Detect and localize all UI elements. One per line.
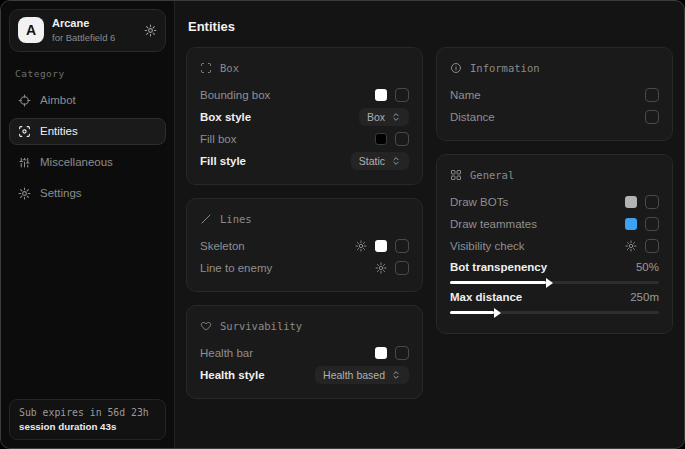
gear-icon[interactable] (625, 240, 637, 252)
sliders-icon (18, 156, 31, 169)
setting-row: Health bar (200, 342, 409, 363)
setting-label: Fill box (200, 133, 236, 145)
visibility-check-checkbox[interactable] (645, 239, 659, 253)
setting-row: Line to enemy (200, 257, 409, 278)
setting-row: Bounding box (200, 84, 409, 105)
setting-label: Bot transpenency (450, 261, 547, 273)
setting-label: Bounding box (200, 89, 270, 101)
setting-label: Health style (200, 369, 265, 381)
color-swatch[interactable] (375, 133, 387, 145)
setting-label: Draw BOTs (450, 196, 508, 208)
skeleton-checkbox[interactable] (395, 239, 409, 253)
name-checkbox[interactable] (645, 88, 659, 102)
health-style-dropdown[interactable]: Health based (315, 366, 409, 384)
dropdown-value: Box (367, 111, 385, 123)
setting-row: Box style Box (200, 106, 409, 127)
sidebar-item-label: Settings (40, 187, 82, 199)
bounding-box-checkbox[interactable] (395, 88, 409, 102)
slider-value: 50% (636, 261, 659, 273)
entities-scan-icon (18, 125, 31, 138)
setting-row: Distance (450, 106, 659, 127)
app-logo: A (18, 17, 44, 43)
box-card: Box Bounding box Box style Box (186, 47, 423, 185)
line-to-enemy-checkbox[interactable] (395, 261, 409, 275)
sidebar: A Arcane for Battlefield 6 Category Aimb… (1, 1, 175, 448)
setting-label: Draw teammates (450, 218, 537, 230)
app-meta: Arcane for Battlefield 6 (52, 17, 136, 44)
dropdown-value: Health based (323, 369, 385, 381)
sidebar-item-aimbot[interactable]: Aimbot (9, 87, 166, 114)
gear-icon[interactable] (355, 240, 367, 252)
dropdown-value: Static (359, 155, 385, 167)
right-column: Information Name Distance (436, 47, 673, 399)
color-swatch[interactable] (375, 347, 387, 359)
color-swatch[interactable] (625, 196, 637, 208)
app-subtitle: for Battlefield 6 (52, 32, 136, 43)
category-label: Category (15, 68, 162, 79)
setting-label: Name (450, 89, 481, 101)
slider-value: 250m (630, 291, 659, 303)
heart-icon (200, 320, 212, 332)
chevrons-up-down-icon (391, 112, 401, 122)
fill-style-dropdown[interactable]: Static (351, 152, 409, 170)
sidebar-item-label: Entities (40, 125, 78, 137)
color-swatch[interactable] (375, 89, 387, 101)
main-panel: Entities Box Bounding box (175, 1, 685, 448)
slider-fill (450, 311, 494, 314)
box-style-dropdown[interactable]: Box (359, 108, 409, 126)
setting-label: Health bar (200, 347, 253, 359)
color-swatch[interactable] (625, 218, 637, 230)
color-swatch[interactable] (375, 240, 387, 252)
distance-checkbox[interactable] (645, 110, 659, 124)
setting-row: Draw teammates (450, 213, 659, 234)
setting-label: Visibility check (450, 240, 525, 252)
survivability-card: Survivability Health bar Health style He… (186, 305, 423, 399)
card-title: Survivability (220, 320, 302, 332)
information-card: Information Name Distance (436, 47, 673, 141)
subscription-card: Sub expires in 56d 23h session duration … (9, 399, 166, 440)
crosshair-icon (18, 94, 31, 107)
app-name: Arcane (52, 17, 136, 30)
lines-card: Lines Skeleton (186, 198, 423, 292)
fill-box-checkbox[interactable] (395, 132, 409, 146)
sidebar-item-settings[interactable]: Settings (9, 180, 166, 207)
gear-icon[interactable] (375, 262, 387, 274)
setting-row: Skeleton (200, 235, 409, 256)
setting-label: Box style (200, 111, 251, 123)
scan-box-icon (200, 62, 212, 74)
gear-icon[interactable] (144, 24, 157, 37)
diagonal-line-icon (200, 213, 212, 225)
page-title: Entities (188, 19, 673, 34)
bot-transparency-slider[interactable] (450, 281, 659, 284)
setting-row: Fill style Static (200, 150, 409, 171)
setting-label: Distance (450, 111, 495, 123)
setting-row: Fill box (200, 128, 409, 149)
info-icon (450, 62, 462, 74)
card-title: Information (470, 62, 540, 74)
card-title: Box (220, 62, 239, 74)
sidebar-item-label: Aimbot (40, 94, 76, 106)
left-column: Box Bounding box Box style Box (186, 47, 423, 399)
slider-fill (450, 281, 546, 284)
health-bar-checkbox[interactable] (395, 346, 409, 360)
setting-row: Name (450, 84, 659, 105)
sidebar-item-miscellaneous[interactable]: Miscellaneous (9, 149, 166, 176)
max-distance-slider[interactable] (450, 311, 659, 314)
setting-label: Max distance (450, 291, 522, 303)
setting-label: Skeleton (200, 240, 245, 252)
general-card: General Draw BOTs Draw teammates (436, 154, 673, 334)
setting-label: Line to enemy (200, 262, 272, 274)
slider-header: Max distance 250m (450, 291, 659, 303)
draw-teammates-checkbox[interactable] (645, 217, 659, 231)
sub-expiry-text: Sub expires in 56d 23h (19, 407, 156, 418)
setting-row: Health style Health based (200, 364, 409, 385)
chevrons-up-down-icon (391, 156, 401, 166)
draw-bots-checkbox[interactable] (645, 195, 659, 209)
chevrons-up-down-icon (391, 370, 401, 380)
setting-row: Visibility check (450, 235, 659, 256)
card-title: General (470, 169, 514, 181)
app-logo-card: A Arcane for Battlefield 6 (9, 9, 166, 52)
slider-header: Bot transpenency 50% (450, 261, 659, 273)
setting-row: Draw BOTs (450, 191, 659, 212)
sidebar-item-entities[interactable]: Entities (9, 118, 166, 145)
